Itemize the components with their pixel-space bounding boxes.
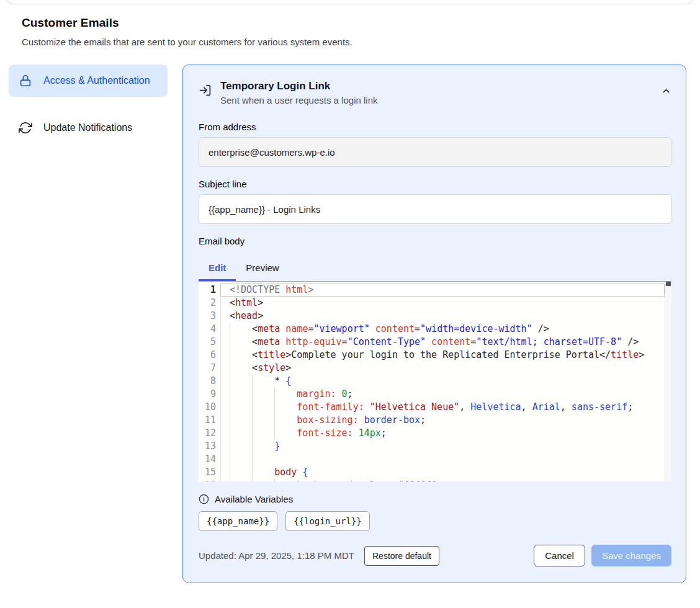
line-number: 9 — [199, 388, 216, 401]
code-line-text: * { — [220, 375, 665, 388]
email-body-label: Email body — [199, 236, 671, 246]
code-line-text: margin: 0; — [220, 388, 665, 401]
code-line-text: <style> — [220, 362, 665, 375]
line-number: 1 — [199, 284, 216, 297]
login-icon — [199, 84, 212, 97]
save-changes-button[interactable]: Save changes — [591, 545, 671, 566]
code-line-text: font-size: 14px; — [220, 427, 665, 440]
line-number: 14 — [199, 453, 216, 466]
line-number: 15 — [199, 466, 216, 479]
page-subtitle: Customize the emails that are sent to yo… — [22, 37, 678, 47]
code-line[interactable]: 15body { — [199, 466, 671, 479]
footer-actions: Cancel Save changes — [534, 545, 671, 566]
code-line[interactable]: 9margin: 0; — [199, 388, 671, 401]
code-line[interactable]: 7<style> — [199, 362, 671, 375]
editor-scrollbar[interactable] — [665, 282, 671, 481]
content-row: Access & Authentication Update Notificat… — [9, 65, 686, 583]
line-number: 7 — [199, 362, 216, 375]
chevron-up-icon[interactable] — [661, 86, 671, 96]
template-title: Temporary Login Link — [220, 80, 377, 92]
code-line-text: <html> — [220, 297, 665, 310]
cancel-button[interactable]: Cancel — [534, 545, 585, 566]
code-lines: 1<!DOCTYPE html>2<html>3<head>4<meta nam… — [199, 282, 671, 481]
code-line[interactable]: 13} — [199, 440, 671, 453]
code-line-text: <title>Complete your login to the Replic… — [220, 349, 665, 362]
code-line-text: <meta name="viewport" content="width=dev… — [220, 323, 665, 336]
line-number: 4 — [199, 323, 216, 336]
code-line[interactable]: 5<meta http-equiv="Content-Type" content… — [199, 336, 671, 349]
restore-default-button[interactable]: Restore default — [364, 546, 439, 566]
from-address-input[interactable] — [199, 137, 671, 167]
template-subtitle: Sent when a user requests a login link — [220, 95, 377, 105]
variable-chip[interactable]: {{login_url}} — [285, 511, 370, 531]
available-variables-label: Available Variables — [215, 494, 293, 504]
line-number: 16 — [199, 479, 216, 481]
code-line[interactable]: 12font-size: 14px; — [199, 427, 671, 440]
code-line-text: background-color: #f6f6f6; — [220, 479, 665, 481]
email-body-tabs: EditPreview — [199, 256, 671, 281]
code-line[interactable]: 4<meta name="viewport" content="width=de… — [199, 323, 671, 336]
code-line-text: <meta http-equiv="Content-Type" content=… — [220, 336, 665, 349]
code-editor[interactable]: 1<!DOCTYPE html>2<html>3<head>4<meta nam… — [199, 281, 671, 481]
info-icon — [199, 494, 209, 504]
code-line-text — [220, 453, 665, 466]
line-number: 2 — [199, 297, 216, 310]
tab-edit[interactable]: Edit — [199, 256, 236, 281]
code-line-text: <head> — [220, 310, 665, 323]
sidebar: Access & Authentication Update Notificat… — [9, 65, 168, 144]
from-address-label: From address — [199, 122, 671, 132]
sidebar-item-label: Access & Authentication — [43, 73, 150, 88]
line-number: 13 — [199, 440, 216, 453]
line-number: 8 — [199, 375, 216, 388]
code-line[interactable]: 10font-family: "Helvetica Neue", Helveti… — [199, 401, 671, 414]
sidebar-item-update-notifications[interactable]: Update Notifications — [9, 112, 168, 144]
panel-header: Temporary Login Link Sent when a user re… — [199, 80, 671, 105]
code-line-text: } — [220, 440, 665, 453]
lock-icon — [19, 74, 32, 87]
page-header: Customer Emails Customize the emails tha… — [22, 16, 678, 47]
line-number: 11 — [199, 414, 216, 427]
page: Customer Emails Customize the emails tha… — [0, 0, 700, 608]
panel-footer: Updated: Apr 29, 2025, 1:18 PM MDT Resto… — [199, 545, 671, 566]
updated-timestamp: Updated: Apr 29, 2025, 1:18 PM MDT — [199, 550, 354, 561]
page-title: Customer Emails — [22, 16, 678, 30]
code-line-text: <!DOCTYPE html> — [220, 284, 665, 297]
refresh-icon — [19, 121, 32, 135]
panel-header-text: Temporary Login Link Sent when a user re… — [220, 80, 377, 105]
code-line[interactable]: 6<title>Complete your login to the Repli… — [199, 349, 671, 362]
code-line-text: box-sizing: border-box; — [220, 414, 665, 427]
subject-line-label: Subject line — [199, 179, 671, 189]
line-number: 10 — [199, 401, 216, 414]
code-line-text: body { — [220, 466, 665, 479]
email-template-panel: Temporary Login Link Sent when a user re… — [182, 65, 686, 583]
line-number: 5 — [199, 336, 216, 349]
subject-line-input[interactable] — [199, 194, 671, 224]
variable-chips: {{app_name}}{{login_url}} — [199, 511, 671, 531]
code-line[interactable]: 2<html> — [199, 297, 671, 310]
code-line[interactable]: 16background-color: #f6f6f6; — [199, 479, 671, 481]
line-number: 6 — [199, 349, 216, 362]
scrollbar-thumb[interactable] — [666, 282, 671, 286]
sidebar-item-label: Update Notifications — [43, 120, 132, 135]
previous-card-bottom-edge — [6, 0, 694, 4]
code-line[interactable]: 14 — [199, 453, 671, 466]
variable-chip[interactable]: {{app_name}} — [199, 511, 277, 531]
tab-preview[interactable]: Preview — [236, 256, 289, 281]
code-line[interactable]: 3<head> — [199, 310, 671, 323]
sidebar-item-access-authentication[interactable]: Access & Authentication — [9, 65, 168, 97]
line-number: 3 — [199, 310, 216, 323]
code-line-text: font-family: "Helvetica Neue", Helvetica… — [220, 401, 665, 414]
code-line[interactable]: 8* { — [199, 375, 671, 388]
line-number: 12 — [199, 427, 216, 440]
code-line[interactable]: 11box-sizing: border-box; — [199, 414, 671, 427]
available-variables-header: Available Variables — [199, 494, 671, 504]
code-line[interactable]: 1<!DOCTYPE html> — [199, 284, 671, 297]
